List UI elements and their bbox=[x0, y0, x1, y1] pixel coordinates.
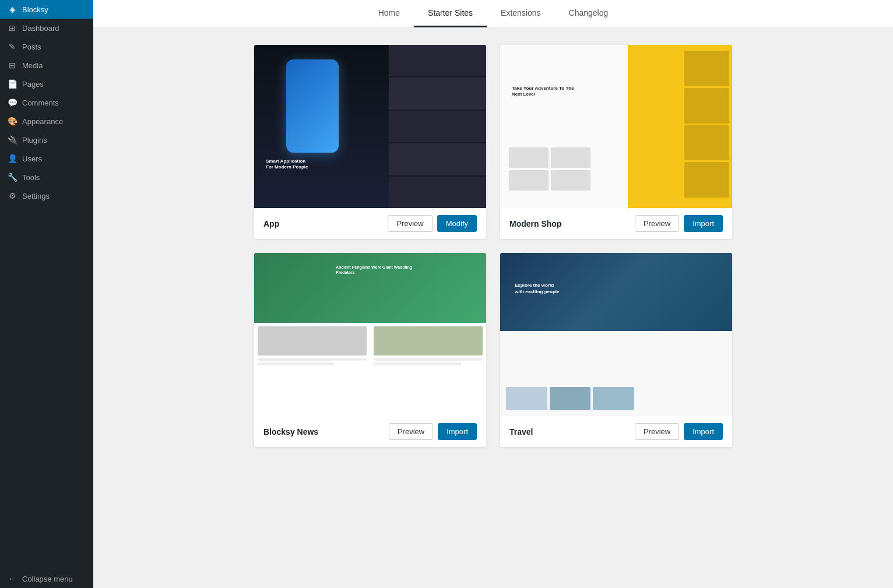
sidebar-item-label: Appearance bbox=[22, 117, 63, 126]
blocksy-icon: ◈ bbox=[7, 5, 17, 14]
app-right-panel bbox=[389, 45, 486, 208]
sidebar-item-label: Blocksy bbox=[22, 5, 48, 14]
site-card-news-footer: Blocksy News Preview Import bbox=[254, 416, 486, 447]
pages-icon: 📄 bbox=[7, 79, 17, 89]
site-card-blocksy-news: Ancient Penguins Were Giant Waddling Pre… bbox=[254, 253, 486, 447]
site-preview-modern-shop: Take Your Adventure To The Next Level bbox=[500, 45, 732, 208]
sidebar-item-dashboard[interactable]: ⊞ Dashboard bbox=[0, 19, 93, 37]
sidebar: ◈ Blocksy ⊞ Dashboard ✎ Posts ⊟ Media 📄 … bbox=[0, 0, 93, 588]
tab-extensions[interactable]: Extensions bbox=[487, 0, 554, 27]
comments-icon: 💬 bbox=[7, 98, 17, 107]
main-content: Home Starter Sites Extensions Changelog … bbox=[93, 0, 893, 588]
users-icon: 👤 bbox=[7, 154, 17, 163]
shop-right-panel bbox=[628, 45, 732, 208]
collapse-icon: ← bbox=[7, 574, 17, 583]
content-area: Smart ApplicationFor Modern People App bbox=[93, 27, 893, 464]
travel-actions: Preview Import bbox=[635, 423, 723, 440]
sidebar-item-pages[interactable]: 📄 Pages bbox=[0, 75, 93, 93]
plugins-icon: 🔌 bbox=[7, 135, 17, 145]
app-phone-mockup bbox=[286, 59, 339, 153]
appearance-icon: 🎨 bbox=[7, 117, 17, 126]
sidebar-item-posts[interactable]: ✎ Posts bbox=[0, 37, 93, 56]
site-card-shop-footer: Modern Shop Preview Import bbox=[500, 208, 732, 239]
sites-grid: Smart ApplicationFor Modern People App bbox=[254, 45, 732, 447]
media-icon: ⊟ bbox=[7, 61, 17, 70]
site-name-travel: Travel bbox=[509, 427, 533, 436]
shop-import-button[interactable]: Import bbox=[684, 215, 723, 232]
sidebar-item-blocksy[interactable]: ◈ Blocksy bbox=[0, 0, 93, 19]
tab-home[interactable]: Home bbox=[364, 0, 414, 27]
shop-hero-text: Take Your Adventure To The Next Level bbox=[512, 86, 582, 98]
site-card-travel: Explore the worldwith exciting people Tr… bbox=[500, 253, 732, 447]
dashboard-icon: ⊞ bbox=[7, 23, 17, 33]
settings-icon: ⚙ bbox=[7, 191, 17, 200]
sidebar-item-appearance[interactable]: 🎨 Appearance bbox=[0, 112, 93, 131]
sidebar-item-comments[interactable]: 💬 Comments bbox=[0, 93, 93, 112]
site-card-app: Smart ApplicationFor Modern People App bbox=[254, 45, 486, 239]
sidebar-item-settings[interactable]: ⚙ Settings bbox=[0, 186, 93, 205]
shop-preview-button[interactable]: Preview bbox=[635, 215, 679, 232]
news-preview-button[interactable]: Preview bbox=[389, 423, 433, 440]
travel-hero: Explore the worldwith exciting people bbox=[500, 253, 732, 335]
app-preview-button[interactable]: Preview bbox=[388, 215, 432, 232]
app-preview-image: Smart ApplicationFor Modern People bbox=[254, 45, 486, 208]
sidebar-item-users[interactable]: 👤 Users bbox=[0, 149, 93, 168]
sidebar-item-label: Settings bbox=[22, 192, 50, 200]
app-left-panel: Smart ApplicationFor Modern People bbox=[254, 45, 389, 208]
sidebar-item-label: Plugins bbox=[22, 136, 47, 145]
shop-actions: Preview Import bbox=[635, 215, 723, 232]
travel-preview-button[interactable]: Preview bbox=[635, 423, 679, 440]
travel-preview-image: Explore the worldwith exciting people bbox=[500, 253, 732, 416]
news-import-button[interactable]: Import bbox=[438, 423, 477, 440]
sidebar-item-label: Users bbox=[22, 154, 42, 163]
sidebar-item-plugins[interactable]: 🔌 Plugins bbox=[0, 131, 93, 149]
tab-changelog[interactable]: Changelog bbox=[555, 0, 623, 27]
app-modify-button[interactable]: Modify bbox=[437, 215, 477, 232]
sidebar-item-label: Posts bbox=[22, 43, 41, 51]
shop-product-grid bbox=[509, 147, 590, 191]
sidebar-item-media[interactable]: ⊟ Media bbox=[0, 56, 93, 75]
sidebar-item-label: Media bbox=[22, 61, 43, 70]
site-preview-blocksy-news: Ancient Penguins Were Giant Waddling Pre… bbox=[254, 253, 486, 416]
travel-import-button[interactable]: Import bbox=[684, 423, 723, 440]
shop-preview-image: Take Your Adventure To The Next Level bbox=[500, 45, 732, 208]
app-hero-text: Smart ApplicationFor Modern People bbox=[266, 159, 308, 171]
site-preview-app: Smart ApplicationFor Modern People bbox=[254, 45, 486, 208]
travel-destinations bbox=[506, 387, 634, 410]
site-name-modern-shop: Modern Shop bbox=[509, 219, 561, 228]
sidebar-item-label: Collapse menu bbox=[22, 575, 73, 583]
news-hero-text: Ancient Penguins Were Giant Waddling Pre… bbox=[336, 265, 429, 275]
travel-hero-text: Explore the worldwith exciting people bbox=[515, 282, 559, 295]
app-actions: Preview Modify bbox=[388, 215, 477, 232]
sidebar-item-label: Pages bbox=[22, 80, 44, 89]
tools-icon: 🔧 bbox=[7, 172, 17, 182]
news-actions: Preview Import bbox=[389, 423, 477, 440]
sidebar-item-label: Tools bbox=[22, 173, 40, 182]
sidebar-item-label: Comments bbox=[22, 98, 59, 107]
shop-left-panel: Take Your Adventure To The Next Level bbox=[500, 45, 628, 208]
site-card-app-footer: App Preview Modify bbox=[254, 208, 486, 239]
site-card-modern-shop: Take Your Adventure To The Next Level bbox=[500, 45, 732, 239]
news-bottom-content bbox=[254, 323, 486, 416]
sidebar-item-label: Dashboard bbox=[22, 24, 59, 33]
top-tabs: Home Starter Sites Extensions Changelog bbox=[93, 0, 893, 27]
news-top-hero: Ancient Penguins Were Giant Waddling Pre… bbox=[254, 253, 486, 326]
site-name-app: App bbox=[263, 219, 279, 228]
site-card-travel-footer: Travel Preview Import bbox=[500, 416, 732, 447]
travel-bottom bbox=[500, 331, 732, 416]
sidebar-item-collapse[interactable]: ← Collapse menu bbox=[0, 569, 93, 588]
posts-icon: ✎ bbox=[7, 42, 17, 51]
tab-starter-sites[interactable]: Starter Sites bbox=[414, 0, 487, 27]
news-preview-image: Ancient Penguins Were Giant Waddling Pre… bbox=[254, 253, 486, 416]
site-name-blocksy-news: Blocksy News bbox=[263, 427, 318, 436]
site-preview-travel: Explore the worldwith exciting people bbox=[500, 253, 732, 416]
sidebar-item-tools[interactable]: 🔧 Tools bbox=[0, 168, 93, 186]
